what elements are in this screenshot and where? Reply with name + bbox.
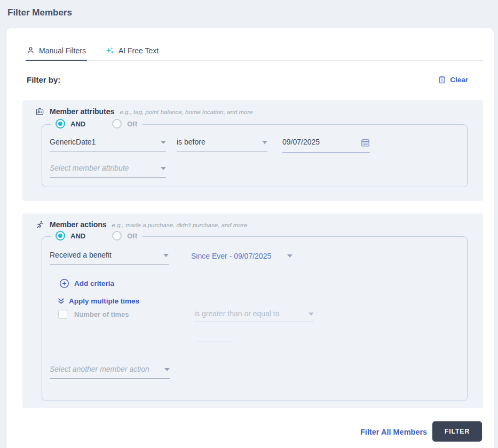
chevron-down-icon [161,167,166,170]
page-title: Filter Members [7,7,72,18]
and-radio-group[interactable]: AND [56,119,85,129]
or-radio-group[interactable]: OR [112,119,138,129]
date-field[interactable] [282,138,370,153]
sparkles-icon [105,46,114,55]
chevron-down-icon [262,141,267,144]
number-of-times-checkbox[interactable] [58,310,67,319]
number-of-times-label: Number of times [74,310,129,318]
or-label: OR [127,120,138,128]
section-title: Member attributes [50,107,114,116]
plus-circle-icon [59,278,69,289]
or-radio[interactable] [112,231,122,241]
date-input[interactable] [282,138,340,146]
section-title: Member actions [50,220,107,229]
chevron-down-icon [287,254,293,258]
tab-label: Manual Filters [39,46,86,55]
member-action-select-value: Received a benefit [50,251,112,259]
or-label: OR [127,232,138,240]
filter-members-card: Manual Filters AI Free Text Filter by: [6,28,494,448]
member-attributes-section: Member attributes e.g., tag, point balan… [22,100,483,201]
filter-by-label: Filter by: [27,75,60,84]
runner-icon [35,220,44,229]
chevron-down-icon [161,141,166,144]
chevron-down-icon [309,313,314,316]
attribute-select[interactable]: GenericDate1 [50,138,166,151]
select-another-member-action[interactable]: Select another member action [50,365,170,379]
filter-button[interactable]: FILTER [432,421,482,442]
clear-label: Clear [450,76,468,84]
id-badge-icon [35,107,44,116]
select-another-member-action-placeholder: Select another member action [50,365,149,373]
operator-select-value: is before [177,138,205,146]
filter-all-members-link[interactable]: Filter All Members [360,428,427,436]
actions-criteria-group: AND OR Received a benefit Since Ever - 0… [42,236,468,401]
tab-ai-free-text[interactable]: AI Free Text [104,45,160,60]
double-chevron-down-icon [57,297,65,305]
operator-select[interactable]: is before [177,138,267,151]
person-icon [27,46,35,54]
actions-logic-toggle: AND OR [51,231,143,241]
or-radio-group[interactable]: OR [112,231,138,241]
section-hint: e.g., made a purchase, didn't purchase, … [112,222,247,228]
and-radio[interactable] [56,231,65,241]
chevron-down-icon [163,254,169,257]
and-label: AND [70,120,85,128]
select-member-attribute[interactable]: Select member attribute [50,164,166,178]
member-actions-section: Member actions e.g., made a purchase, di… [22,213,483,408]
attributes-criteria-group: AND OR GenericDate1 is before [42,124,468,187]
select-member-attribute-placeholder: Select member attribute [50,164,129,172]
section-hint: e.g., tag, point balance, home location,… [120,109,252,115]
or-radio[interactable] [112,119,122,129]
timeframe-value: Since Ever - 09/07/2025 [191,252,271,260]
add-criteria-button[interactable]: Add criteria [59,278,114,289]
tab-label: AI Free Text [118,46,159,55]
calendar-icon[interactable] [361,138,370,147]
apply-multiple-times-toggle[interactable]: Apply multiple times [57,297,139,305]
comparator-select[interactable]: is greater than or equal to [194,309,314,322]
trash-icon [438,75,446,84]
chevron-down-icon [164,368,170,371]
attributes-logic-toggle: AND OR [51,119,143,129]
and-radio-group[interactable]: AND [56,231,85,241]
apply-multiple-times-label: Apply multiple times [69,297,139,305]
add-criteria-label: Add criteria [74,279,114,287]
clear-button[interactable]: Clear [438,75,468,84]
comparator-select-value: is greater than or equal to [194,309,280,318]
tab-manual-filters[interactable]: Manual Filters [26,45,87,60]
and-radio[interactable] [56,119,65,129]
number-of-times-row: Number of times [58,310,129,319]
member-action-select[interactable]: Received a benefit [50,251,169,265]
and-label: AND [70,232,85,240]
attribute-select-value: GenericDate1 [50,138,96,146]
times-count-input[interactable] [196,332,234,341]
tab-bar: Manual Filters AI Free Text [26,45,483,61]
timeframe-select[interactable]: Since Ever - 09/07/2025 [191,252,293,260]
